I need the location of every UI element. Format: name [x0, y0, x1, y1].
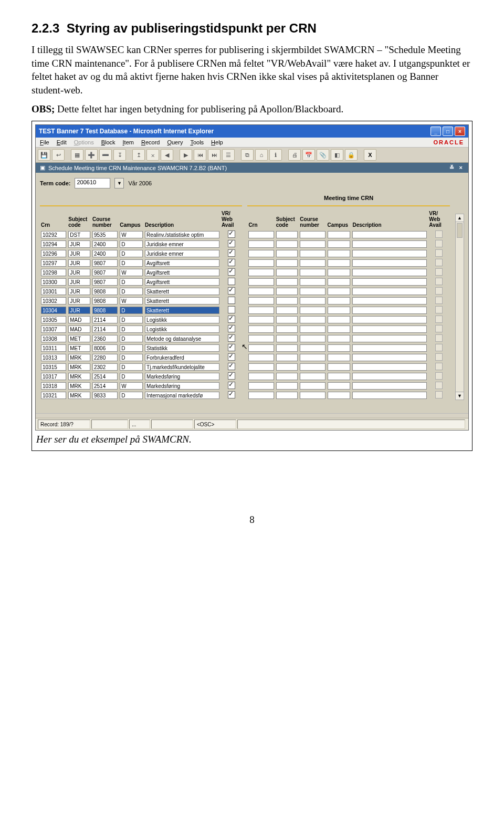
cell-desc[interactable]: Realinv./statistiske optim [145, 231, 219, 238]
empty-cell[interactable] [248, 316, 274, 323]
empty-cell[interactable] [276, 392, 298, 399]
cell-crn[interactable]: 10292 [41, 231, 66, 238]
table-row[interactable] [247, 268, 449, 277]
cell-subj[interactable]: JUR [68, 278, 90, 286]
empty-cell[interactable] [328, 382, 351, 390]
cell-course[interactable]: 2302 [92, 363, 118, 371]
empty-cell[interactable] [276, 250, 298, 257]
calendar-icon[interactable]: 📅 [302, 149, 315, 161]
cancel-query-icon[interactable]: ⨉ [146, 149, 159, 161]
vr-checkbox[interactable] [228, 268, 235, 276]
empty-cell[interactable] [328, 354, 351, 361]
empty-cell[interactable] [328, 307, 351, 314]
cell-subj[interactable]: MET [68, 344, 90, 352]
empty-cell[interactable] [248, 344, 274, 352]
cell-crn[interactable]: 10308 [41, 335, 66, 342]
cell-desc[interactable]: Skatterett [145, 307, 219, 314]
vr-checkbox[interactable] [228, 240, 235, 247]
empty-cell[interactable] [352, 354, 427, 361]
empty-cell[interactable] [352, 240, 427, 248]
empty-cell[interactable] [248, 278, 274, 286]
cell-subj[interactable]: MRK [68, 354, 90, 361]
exit-icon[interactable]: X [364, 149, 376, 161]
list-icon[interactable]: ⧉ [241, 149, 254, 161]
cell-desc[interactable]: Juridiske emner [145, 250, 219, 257]
table-row[interactable] [247, 362, 449, 372]
table-row[interactable]: 10313MRK2280DForbrukeradferd [40, 353, 242, 362]
cell-desc[interactable]: Skatterett [145, 297, 219, 305]
cell-campus[interactable]: D [120, 392, 143, 399]
cell-crn[interactable]: 10294 [41, 240, 66, 248]
print-icon[interactable]: 🖨 [288, 149, 301, 161]
vr-checkbox[interactable] [228, 259, 235, 266]
empty-cell[interactable] [248, 269, 274, 276]
cell-crn[interactable]: 10311 [41, 344, 66, 352]
cell-course[interactable]: 2360 [92, 335, 118, 342]
cell-subj[interactable]: JUR [68, 259, 90, 267]
empty-cell[interactable] [300, 269, 325, 276]
table-row[interactable]: 10297JUR9807DAvgiftsrett [40, 258, 242, 268]
cell-crn[interactable]: 10318 [41, 382, 66, 390]
empty-cell[interactable] [300, 326, 325, 333]
empty-cell[interactable] [276, 316, 298, 323]
table-row[interactable]: 10318MRK2514WMarkedsføring [40, 381, 242, 391]
cell-course[interactable]: 2514 [92, 373, 118, 380]
vr-checkbox[interactable] [228, 372, 235, 380]
cell-course[interactable]: 9807 [92, 259, 118, 267]
empty-cell[interactable] [276, 354, 298, 361]
empty-cell[interactable] [248, 259, 274, 267]
cell-subj[interactable]: DST [68, 231, 90, 238]
tree-icon[interactable]: ⌂ [255, 149, 268, 161]
execute-query-icon[interactable]: ↥ [132, 149, 145, 161]
empty-cell[interactable] [300, 250, 325, 257]
cell-desc[interactable]: Forbrukeradferd [145, 354, 219, 361]
table-row[interactable] [247, 353, 449, 362]
cell-desc[interactable]: Markedsføring [145, 373, 219, 380]
table-row[interactable] [247, 230, 449, 239]
cell-crn[interactable]: 10297 [41, 259, 66, 267]
table-row[interactable]: 10315MRK2302DTj.markedsf/kundelojalite [40, 362, 242, 372]
vr-checkbox[interactable] [228, 325, 235, 332]
table-row[interactable] [247, 381, 449, 391]
empty-cell[interactable] [352, 335, 427, 342]
empty-cell[interactable] [300, 316, 325, 323]
cell-desc[interactable]: Avgiftsrett [145, 269, 219, 276]
prev-record-icon[interactable]: ◀ [161, 149, 173, 161]
cell-course[interactable]: 2514 [92, 382, 118, 390]
empty-cell[interactable] [328, 259, 351, 267]
cell-course[interactable]: 2400 [92, 250, 118, 257]
cell-desc[interactable]: Logistikk [145, 316, 219, 323]
cell-subj[interactable]: MRK [68, 392, 90, 399]
empty-cell[interactable] [352, 259, 427, 267]
empty-cell[interactable] [276, 297, 298, 305]
empty-cell[interactable] [300, 259, 325, 267]
cell-desc[interactable]: Metode og dataanalyse [145, 335, 219, 342]
empty-cell[interactable] [248, 240, 274, 248]
table-row[interactable]: 10305MAD2114DLogistikk [40, 315, 242, 324]
vr-checkbox[interactable] [228, 382, 235, 389]
empty-cell[interactable] [276, 231, 298, 238]
empty-cell[interactable] [248, 363, 274, 371]
empty-cell[interactable] [352, 278, 427, 286]
cell-crn[interactable]: 10298 [41, 269, 66, 276]
empty-cell[interactable] [328, 326, 351, 333]
scroll-up-icon[interactable]: ▲ [456, 214, 464, 222]
cell-campus[interactable]: W [120, 231, 143, 238]
empty-cell[interactable] [328, 373, 351, 380]
cell-course[interactable]: 2114 [92, 326, 118, 333]
close-button[interactable]: × [455, 127, 465, 136]
empty-cell[interactable] [352, 269, 427, 276]
table-row[interactable] [247, 296, 449, 306]
lock-icon[interactable]: 🔒 [345, 149, 358, 161]
cell-campus[interactable]: W [120, 269, 143, 276]
menu-query[interactable]: Query [167, 139, 183, 145]
rollback-icon[interactable]: ↩ [52, 149, 65, 161]
empty-cell[interactable] [300, 231, 325, 238]
empty-cell[interactable] [300, 278, 325, 286]
cell-subj[interactable]: MAD [68, 316, 90, 323]
cell-campus[interactable]: D [120, 259, 143, 267]
cell-campus[interactable]: D [120, 344, 143, 352]
empty-cell[interactable] [300, 297, 325, 305]
menu-help[interactable]: Help [211, 139, 223, 145]
cell-crn[interactable]: 10302 [41, 297, 66, 305]
